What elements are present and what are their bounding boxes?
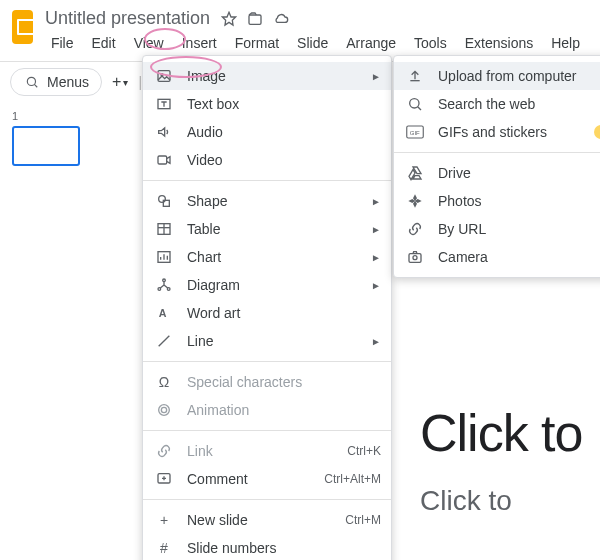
- plus-icon: +: [112, 73, 121, 91]
- thumbnail-panel: 1: [0, 100, 70, 560]
- image-drive[interactable]: Drive: [394, 159, 600, 187]
- svg-marker-0: [222, 12, 235, 25]
- title-area: Untitled presentation File Edit View Ins…: [43, 8, 588, 55]
- image-gifs[interactable]: GIF GIFs and stickers New: [394, 118, 600, 146]
- link-icon: [155, 443, 173, 459]
- slide-thumbnail[interactable]: [12, 126, 80, 166]
- image-upload[interactable]: Upload from computer: [394, 62, 600, 90]
- insert-audio[interactable]: Audio: [143, 118, 391, 146]
- menu-help[interactable]: Help: [543, 31, 588, 55]
- insert-new-slide[interactable]: + New slide Ctrl+M: [143, 506, 391, 534]
- shape-icon: [155, 193, 173, 209]
- insert-chart[interactable]: Chart ►: [143, 243, 391, 271]
- gif-icon: GIF: [406, 125, 424, 139]
- slide-subtitle-placeholder[interactable]: Click to: [420, 485, 600, 517]
- doc-title[interactable]: Untitled presentation: [43, 8, 212, 29]
- audio-icon: [155, 124, 173, 140]
- diagram-icon: [155, 277, 173, 293]
- plus-icon: +: [155, 512, 173, 528]
- menu-arrange[interactable]: Arrange: [338, 31, 404, 55]
- submenu-arrow-icon: ►: [371, 196, 381, 207]
- move-icon[interactable]: [246, 10, 264, 28]
- insert-image[interactable]: Image ►: [143, 62, 391, 90]
- animation-icon: [155, 402, 173, 418]
- cloud-icon[interactable]: [272, 10, 290, 28]
- app-header: Untitled presentation File Edit View Ins…: [0, 0, 600, 55]
- upload-icon: [406, 68, 424, 84]
- image-by-url[interactable]: By URL: [394, 215, 600, 243]
- table-icon: [155, 221, 173, 237]
- camera-icon: [406, 249, 424, 265]
- menu-tools[interactable]: Tools: [406, 31, 455, 55]
- submenu-arrow-icon: ►: [371, 336, 381, 347]
- menu-extensions[interactable]: Extensions: [457, 31, 541, 55]
- menus-label: Menus: [47, 74, 89, 90]
- svg-point-8: [159, 196, 166, 203]
- insert-special-chars: Ω Special characters: [143, 368, 391, 396]
- insert-animation: Animation: [143, 396, 391, 424]
- insert-table[interactable]: Table ►: [143, 215, 391, 243]
- submenu-arrow-icon: ►: [371, 71, 381, 82]
- insert-textbox[interactable]: Text box: [143, 90, 391, 118]
- svg-text:A: A: [159, 307, 167, 319]
- slide-title-placeholder[interactable]: Click to: [420, 403, 600, 463]
- slides-logo: [12, 10, 33, 44]
- omega-icon: Ω: [155, 374, 173, 390]
- search-icon: [23, 73, 41, 91]
- insert-comment[interactable]: Comment Ctrl+Alt+M: [143, 465, 391, 493]
- slide-preview: Click to Click to: [400, 360, 600, 560]
- link-icon: [406, 221, 424, 237]
- insert-shape[interactable]: Shape ►: [143, 187, 391, 215]
- svg-line-24: [418, 107, 421, 110]
- svg-rect-4: [158, 71, 170, 82]
- svg-rect-7: [158, 156, 167, 164]
- image-search-web[interactable]: Search the web: [394, 90, 600, 118]
- svg-line-18: [159, 336, 170, 347]
- svg-rect-1: [249, 15, 261, 24]
- svg-point-20: [159, 405, 170, 416]
- wordart-icon: A: [155, 305, 173, 321]
- insert-line[interactable]: Line ►: [143, 327, 391, 355]
- photos-icon: [406, 193, 424, 209]
- thumb-number: 1: [12, 110, 18, 122]
- svg-text:GIF: GIF: [410, 130, 420, 136]
- insert-menu: Image ► Text box Audio Video Shape ► Tab…: [142, 55, 392, 560]
- menu-format[interactable]: Format: [227, 31, 287, 55]
- svg-point-28: [413, 256, 417, 260]
- image-camera[interactable]: Camera: [394, 243, 600, 271]
- chart-icon: [155, 249, 173, 265]
- new-badge: New: [594, 125, 600, 139]
- new-slide-button[interactable]: + ▾: [112, 73, 128, 91]
- comment-icon: [155, 471, 173, 487]
- menus-search[interactable]: Menus: [10, 68, 102, 96]
- svg-point-19: [161, 407, 166, 412]
- svg-point-2: [27, 77, 35, 85]
- menu-view[interactable]: View: [126, 31, 172, 55]
- insert-image-label: Image: [187, 68, 357, 84]
- image-photos[interactable]: Photos: [394, 187, 600, 215]
- image-submenu: Upload from computer Search the web GIF …: [393, 55, 600, 278]
- drive-icon: [406, 165, 424, 181]
- insert-video[interactable]: Video: [143, 146, 391, 174]
- submenu-arrow-icon: ►: [371, 252, 381, 263]
- svg-line-3: [34, 84, 37, 87]
- search-icon: [406, 96, 424, 112]
- menu-insert[interactable]: Insert: [174, 31, 225, 55]
- menubar: File Edit View Insert Format Slide Arran…: [43, 31, 588, 55]
- svg-point-23: [410, 99, 419, 108]
- chevron-down-icon: ▾: [123, 77, 128, 88]
- submenu-arrow-icon: ►: [371, 280, 381, 291]
- insert-slide-numbers[interactable]: # Slide numbers: [143, 534, 391, 560]
- image-icon: [155, 68, 173, 84]
- submenu-arrow-icon: ►: [371, 224, 381, 235]
- menu-edit[interactable]: Edit: [84, 31, 124, 55]
- insert-link: Link Ctrl+K: [143, 437, 391, 465]
- insert-diagram[interactable]: Diagram ►: [143, 271, 391, 299]
- menu-file[interactable]: File: [43, 31, 82, 55]
- star-icon[interactable]: [220, 10, 238, 28]
- svg-rect-27: [409, 254, 421, 263]
- insert-wordart[interactable]: A Word art: [143, 299, 391, 327]
- menu-slide[interactable]: Slide: [289, 31, 336, 55]
- video-icon: [155, 152, 173, 168]
- svg-point-14: [163, 279, 166, 282]
